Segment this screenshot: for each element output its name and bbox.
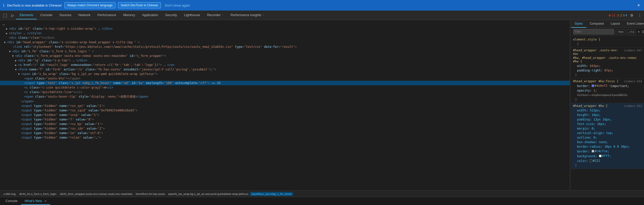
style-selector[interactable]: #head_wrapper #kw:focus { [573, 79, 619, 83]
dom-line[interactable]: <div id="head_wrapper" class="s-isindex-… [0, 40, 570, 45]
breadcrumb-item[interactable]: form#form.fm.has-soutu [134, 192, 167, 196]
dom-line[interactable]: <input type="hidden" name="rsv_iqid" val… [0, 108, 570, 113]
dom-line[interactable]: <input type="hidden" name="issp" value="… [0, 113, 570, 117]
triangle-icon[interactable] [15, 68, 18, 71]
triangle-icon[interactable] [9, 50, 12, 53]
breadcrumb-item[interactable]: span#s_kw_wrap.bg.s_ipt_wr.new-pmd.quick… [167, 192, 250, 196]
tab-performance-insights[interactable]: Performance insights ⬝ [227, 11, 268, 19]
dom-line[interactable]: <link rel="stylesheet" href="https://pss… [0, 45, 570, 49]
cls-filter-button[interactable]: .cls [627, 29, 636, 34]
tab-lighthouse[interactable]: Lighthouse [180, 11, 204, 19]
dom-node-text: <div class="s_form_wrapper soutu-env-nom… [15, 54, 166, 58]
dom-line[interactable]: <input type="hidden" name="rsv_bp" value… [0, 122, 570, 126]
dom-line[interactable]: <div id="lg" class="s-p-top"> … </div> [0, 58, 570, 63]
triangle-icon[interactable] [18, 73, 21, 75]
dom-node-text: <div class="clear"></div> [9, 36, 55, 39]
dom-panel[interactable]: … <div id="u1" class="s-top-right s-isin… [0, 20, 570, 190]
styles-tabs: Styles Computed Layout Event Listeners » [571, 20, 644, 28]
tab-performance[interactable]: Performance [94, 11, 120, 19]
close-tab-icon[interactable]: ✕ [44, 199, 47, 202]
settings-button[interactable]: ⚙ [629, 12, 635, 18]
dom-line[interactable]: <div id="s_fm" class="s_form s_form_logi… [0, 49, 570, 54]
error-badge: ⊗ 11 [609, 14, 615, 17]
style-prop: color: #222 [573, 158, 642, 163]
triangle-icon[interactable] [12, 55, 15, 57]
triangle-icon[interactable] [4, 41, 7, 44]
styles-filter-bar: :hov .cls + ⊡ ⊞ [571, 28, 644, 36]
dom-line[interactable]: <input type="hidden" name="ie" value="ut… [0, 131, 570, 135]
tab-application[interactable]: Application [139, 11, 162, 19]
color-swatch [590, 159, 592, 162]
dom-line-selected[interactable]: <input type="text" class="s_ipt nobg_s_f… [0, 81, 570, 85]
tab-recorder[interactable]: Recorder ⬝ [204, 11, 227, 19]
triangle-icon[interactable] [6, 27, 9, 30]
styles-tab-computed[interactable]: Computed [586, 20, 607, 28]
breadcrumb-bar: s-title-img. div#s_fm.s_form.s_form_logi… [0, 190, 644, 197]
styles-tab-styles[interactable]: Styles [571, 20, 586, 28]
style-prop: padding-right: 87px; [573, 68, 642, 73]
hov-filter-button[interactable]: :hov [616, 29, 625, 34]
tab-memory[interactable]: Memory [120, 11, 139, 19]
dom-line[interactable]: <form name="f" id="form" action="/s" cla… [0, 67, 570, 72]
dom-line[interactable]: <input type="hidden" name="rslan" value=… [0, 135, 570, 140]
dom-line[interactable]: <div class="clear"></div> [0, 35, 570, 40]
breadcrumb-item[interactable]: div#s_form_wrapper.soutu-env-nomac.soutu… [59, 192, 134, 196]
dom-line[interactable]: <input type="hidden" name="f" value="8"> [0, 117, 570, 122]
dom-line[interactable]: <a href="/" id="result_logo" onmousedown… [0, 63, 570, 67]
style-selector[interactable]: #head_wrapper .soutu-env-mac [573, 49, 624, 56]
style-source-button[interactable]: ⊡ [642, 29, 644, 34]
breadcrumb-item-active[interactable]: input#kw.s_ipt.nobg_s_fm_hover [250, 192, 293, 196]
bottom-tab-console[interactable]: Console [2, 197, 21, 205]
devtools-icon-button[interactable]: ⬚ [1, 11, 9, 20]
bottom-tab-whatsnew[interactable]: What's New ✕ [21, 197, 50, 205]
style-file: (index):417 [624, 49, 642, 52]
styles-filter-input[interactable] [573, 29, 614, 34]
dom-node-text: <input type="hidden" name="ie" value="ut… [21, 131, 103, 135]
breadcrumb-item[interactable]: div#s_fm.s_form.s_form_login. [18, 192, 59, 196]
dom-line[interactable]: <span class="soutu-hover-tip" style="dis… [0, 94, 570, 99]
style-prop: margin: 0; [573, 126, 642, 131]
triangle-icon[interactable] [15, 59, 18, 62]
dom-line[interactable]: <style> … </style> [0, 31, 570, 35]
dom-line[interactable]: <div id="u1" class="s-top-right s-isinde… [0, 26, 570, 31]
styles-tab-layout[interactable]: Layout [607, 20, 623, 28]
breadcrumb-item[interactable]: s-title-img. [2, 192, 18, 196]
dom-line[interactable]: <div class="s_form_wrapper soutu-env-nom… [0, 54, 570, 58]
dom-line[interactable]: <input type="hidden" name="rsv_spt" valu… [0, 104, 570, 108]
styles-content[interactable]: element.style { } #head_wrapper .soutu-e… [571, 36, 644, 190]
dom-line[interactable]: <span id="s_kw_wrap" class="bg s_ipt_wr … [0, 72, 570, 76]
style-prop: vertical-align: top; [573, 131, 642, 135]
tab-security[interactable]: Security [162, 11, 180, 19]
tab-network[interactable]: Network [75, 11, 94, 19]
add-style-button[interactable]: + [637, 29, 640, 34]
dom-node-text: <i class="c-icon quickdelete c-color-gra… [24, 86, 113, 89]
style-rule: element.style { } [571, 37, 644, 48]
style-selector-2[interactable]: #kw, #head_wrapper .soutu-env-nomac #kw … [573, 56, 642, 63]
dom-line[interactable]: <span class="soutu-btn"></span> [0, 76, 570, 81]
style-selector[interactable]: #head_wrapper #kw { [573, 104, 608, 108]
tab-sources[interactable]: Sources [56, 11, 75, 19]
dom-line[interactable]: </span> [0, 99, 570, 104]
more-options-button[interactable]: ⋮ [636, 12, 643, 18]
dom-line[interactable]: <i class="c-icon quickdelete c-color-gra… [0, 85, 570, 90]
bottom-bar: Console What's New ✕ [0, 197, 644, 205]
more-dots[interactable]: … [1, 21, 7, 26]
dom-line[interactable]: <i class="quickdelete-line"></i> [0, 90, 570, 94]
error-icon: ⊗ [609, 14, 611, 17]
infobar-close-button[interactable]: × [636, 3, 641, 8]
inspect-button[interactable]: ▷ [9, 12, 16, 19]
switch-devtools-button[interactable]: Switch DevTools to Chinese [118, 2, 161, 8]
dom-node-text: <input type="hidden" name="rslan" value=… [21, 136, 101, 139]
style-selector[interactable]: element.style { [573, 38, 642, 41]
dom-line[interactable]: <input type="hidden" name="rsv_idx" valu… [0, 126, 570, 131]
triangle-icon[interactable] [15, 64, 18, 66]
tab-elements[interactable]: Elements [16, 11, 37, 19]
dont-show-button[interactable]: Don't show again [163, 3, 191, 8]
triangle-icon[interactable] [6, 32, 9, 35]
style-prop: font-size: 16px; [573, 122, 642, 126]
style-prop: box-shadow: none; [573, 140, 642, 144]
styles-tab-event-listeners[interactable]: Event Listeners [623, 20, 644, 28]
warn-badge: ⚠ 2 [617, 14, 622, 17]
tab-console[interactable]: Console [37, 11, 56, 19]
match-language-button[interactable]: Always match Chrome's language [64, 2, 116, 8]
